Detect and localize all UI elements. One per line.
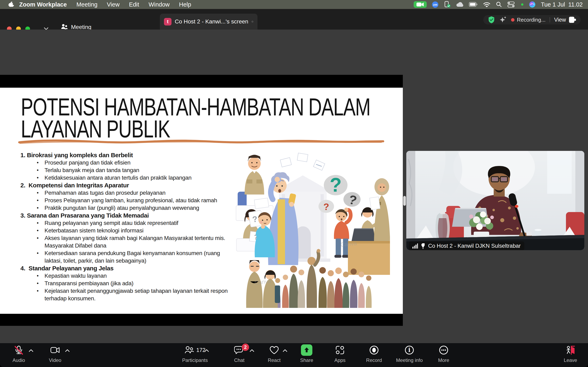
participant-name: Co Host 2 - Kanwil DJKN Sulseltrabar	[428, 243, 521, 249]
window-tab-bar: Meeting t Co Host 2 - Kanwi...'s screen	[0, 9, 588, 30]
camera-in-use-indicator[interactable]	[414, 1, 427, 8]
leave-meeting-icon	[565, 345, 576, 355]
zoom-meeting-screen: Zoom Workplace Meeting View Edit Window …	[0, 0, 588, 367]
participants-button[interactable]: 172 Participants	[171, 343, 219, 367]
more-button[interactable]: More	[419, 343, 468, 367]
slide-bullet: Ruang pelayanan yang sempit atau tidak r…	[20, 219, 233, 227]
menu-edit[interactable]: Edit	[124, 1, 144, 8]
slide-bullet: Ketersediaan sarana pendukung Bagai keny…	[20, 249, 233, 264]
shared-screen-view: POTENSI HAMBATAN-HAMBATAN DALAM LAYANAN …	[0, 75, 403, 326]
tab-shared-screen-label: Co Host 2 - Kanwi...'s screen	[175, 18, 248, 25]
spotlight-search-icon[interactable]	[496, 1, 502, 8]
meeting-status-pill: Recording... View	[483, 15, 581, 25]
wifi-icon[interactable]	[483, 1, 491, 8]
slide-bullet: Transparansi pembiayaan (jika ada)	[20, 280, 233, 287]
svg-text:?: ?	[330, 174, 342, 196]
connection-signal-icon	[412, 243, 418, 249]
meeting-content-area: POTENSI HAMBATAN-HAMBATAN DALAM LAYANAN …	[0, 30, 588, 343]
menu-app-name[interactable]: Zoom Workplace	[16, 1, 72, 8]
device-check-icon[interactable]	[444, 1, 450, 8]
tab-options-ellipsis-icon[interactable]	[251, 17, 253, 26]
slide-section-heading: 4. Standar Pelayanan yang Jelas	[20, 264, 233, 272]
slide-letterbox-bottom	[0, 314, 403, 326]
leave-button-label: Leave	[546, 358, 588, 363]
slide-title-line2: LAYANAN PUBLIK	[21, 118, 370, 140]
view-layout-icon	[569, 17, 576, 23]
zoom-window: Meeting t Co Host 2 - Kanwi...'s screen	[0, 9, 588, 367]
view-button-label: View	[554, 17, 566, 23]
menu-meeting[interactable]: Meeting	[72, 1, 102, 8]
recording-indicator[interactable]: Recording...	[511, 17, 545, 23]
green-presence-dot	[521, 3, 524, 6]
macos-menu-bar: Zoom Workplace Meeting View Edit Window …	[0, 0, 588, 9]
apple-menu[interactable]	[0, 1, 16, 8]
slide-bullet: Pemahaman atas tugas dan prosedur pelaya…	[20, 189, 233, 197]
participants-button-label: Participants	[171, 358, 219, 363]
slide-title: POTENSI HAMBATAN-HAMBATAN DALAM LAYANAN …	[21, 96, 370, 140]
participants-people-icon	[184, 346, 194, 355]
record-icon	[369, 345, 379, 355]
battery-icon[interactable]	[469, 2, 477, 7]
speaker-video-feed	[406, 151, 584, 250]
slide-bullet-list: 1. Birokrasi yang kompleks dan Berbelit …	[20, 151, 233, 302]
panel-resize-handle[interactable]	[403, 196, 406, 206]
share-screen-icon	[301, 344, 312, 356]
svg-text:i: i	[408, 347, 410, 353]
slide-bullet: Terlalu banyak meja dan tanda tangan	[20, 166, 233, 174]
apple-icon	[8, 1, 14, 8]
participants-options-chevron-icon[interactable]	[204, 349, 209, 352]
pill-divider	[550, 17, 550, 22]
presentation-slide: POTENSI HAMBATAN-HAMBATAN DALAM LAYANAN …	[0, 88, 403, 314]
menu-help[interactable]: Help	[174, 1, 196, 8]
participant-name-label: Co Host 2 - Kanwil DJKN Sulseltrabar	[409, 242, 524, 250]
recording-label: Recording...	[517, 17, 545, 23]
title-underline-decoration	[18, 139, 384, 145]
menu-bar-clock[interactable]: Tue 1 Jul 11.02	[541, 1, 583, 8]
slide-bullet: Kejelasan terkait penanggungjawab setiap…	[20, 287, 233, 302]
slide-section-heading: 2. Kompetensi dan Integritas Aparatur	[20, 182, 233, 189]
svg-text:?: ?	[323, 201, 329, 212]
shared-app-badge: t	[164, 18, 172, 25]
menu-window[interactable]: Window	[144, 1, 174, 8]
security-shield-icon[interactable]	[488, 16, 495, 24]
slide-letterbox-top	[0, 75, 403, 88]
chat-unread-badge: 2	[242, 343, 249, 351]
slide-section-heading: 1. Birokrasi yang kompleks dan Berbelit	[20, 151, 233, 159]
slide-bullet: Praktik pungutan liar (pungli) atau peny…	[20, 204, 233, 212]
video-button-label: Video	[31, 358, 80, 363]
menu-view[interactable]: View	[102, 1, 124, 8]
slide-bullet: Prosedur panjang dan tidak efisien	[20, 159, 233, 166]
view-button[interactable]: View	[554, 17, 576, 23]
slide-bullet: Kepastian waktu layanan	[20, 272, 233, 280]
apps-icon	[335, 345, 345, 355]
video-camera-icon	[50, 346, 60, 354]
slide-title-line1: POTENSI HAMBATAN-HAMBATAN DALAM	[21, 96, 370, 118]
meeting-toolbar: Audio Video	[0, 343, 588, 367]
slide-bullet: Akses layanan yang tidak ramah bagi Kala…	[20, 234, 233, 249]
more-button-label: More	[419, 358, 468, 363]
slide-section-heading: 3. Sarana dan Prasarana yang Tidak Memad…	[20, 212, 233, 219]
more-ellipsis-icon	[439, 345, 449, 355]
heart-react-icon	[269, 345, 279, 355]
leave-button[interactable]: Leave	[546, 343, 588, 367]
tab-shared-screen[interactable]: t Co Host 2 - Kanwi...'s screen	[160, 14, 258, 30]
video-button[interactable]: Video	[31, 343, 80, 367]
speaker-video-tile[interactable]: Co Host 2 - Kanwil DJKN Sulseltrabar	[406, 151, 584, 250]
recording-dot-icon	[511, 18, 515, 22]
video-options-chevron-icon[interactable]	[65, 349, 70, 352]
slide-bullet: Proses Pelayanan yang lamban, kurang pro…	[20, 197, 233, 204]
onedrive-cloud-icon[interactable]	[456, 1, 464, 8]
control-center-icon[interactable]	[507, 1, 516, 8]
info-icon: i	[405, 345, 414, 355]
ai-companion-sparkle-icon[interactable]	[499, 16, 507, 24]
slide-bullet: Keterbatasan sistem teknologi informasi	[20, 227, 233, 234]
video-camera-icon	[416, 2, 424, 7]
siri-icon[interactable]	[529, 1, 536, 8]
microphone-muted-icon	[14, 345, 24, 355]
slide-bullet: Ketidaksesuaian antara aturan tertulis d…	[20, 174, 233, 182]
pinned-video-icon	[420, 243, 426, 249]
zoom-status-icon[interactable]: zm	[432, 1, 438, 8]
public-service-illustration: ?	[230, 151, 390, 310]
